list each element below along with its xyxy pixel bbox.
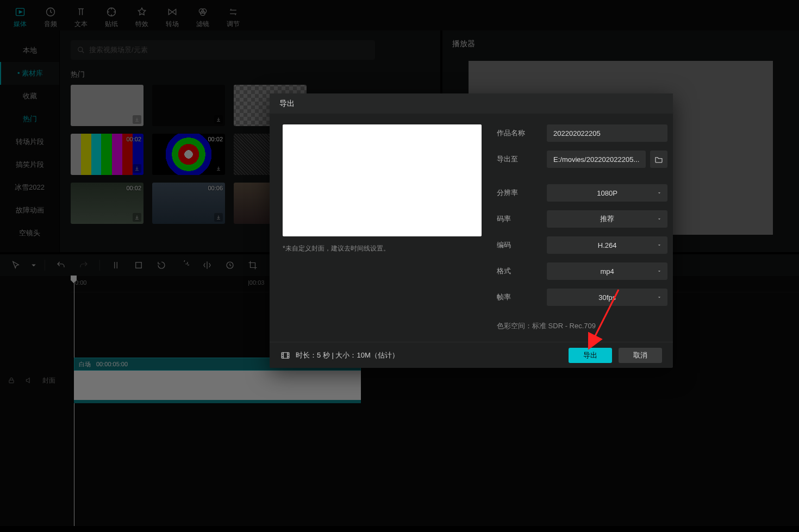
browse-folder-button[interactable] — [650, 151, 667, 168]
export-button[interactable]: 导出 — [569, 348, 612, 363]
dialog-title: 导出 — [270, 93, 673, 114]
chevron-down-icon — [657, 242, 662, 248]
field-label-fps: 帧率 — [497, 292, 536, 302]
chevron-down-icon — [657, 190, 662, 196]
field-label-bitrate: 码率 — [497, 214, 536, 224]
export-dialog: 导出 *未自定义封面，建议去时间线设置。 作品名称 导出至 E:/movies/… — [270, 93, 673, 368]
chevron-down-icon — [657, 268, 662, 274]
field-label-codec: 编码 — [497, 240, 536, 250]
field-label-name: 作品名称 — [497, 128, 536, 138]
field-label-resolution: 分辨率 — [497, 188, 536, 198]
codec-select[interactable]: H.264 — [547, 236, 667, 254]
svg-rect-11 — [282, 352, 289, 358]
export-meta: 时长：5 秒 | 大小：10M（估计） — [296, 351, 399, 360]
resolution-select[interactable]: 1080P — [547, 184, 667, 202]
folder-icon — [654, 155, 663, 164]
project-name-input[interactable] — [547, 124, 667, 142]
preview-note: *未自定义封面，建议去时间线设置。 — [283, 244, 482, 253]
export-path-display[interactable]: E:/movies/202202022205... — [547, 151, 646, 168]
field-label-path: 导出至 — [497, 154, 536, 164]
bitrate-select[interactable]: 推荐 — [547, 210, 667, 228]
film-icon — [280, 351, 290, 360]
export-preview — [283, 124, 482, 236]
field-label-format: 格式 — [497, 266, 536, 276]
fps-select[interactable]: 30fps — [547, 289, 667, 306]
format-select[interactable]: mp4 — [547, 262, 667, 280]
chevron-down-icon — [657, 295, 662, 300]
chevron-down-icon — [657, 216, 662, 222]
cancel-button[interactable]: 取消 — [619, 348, 662, 363]
color-space-info: 色彩空间：标准 SDR - Rec.709 — [497, 321, 667, 331]
